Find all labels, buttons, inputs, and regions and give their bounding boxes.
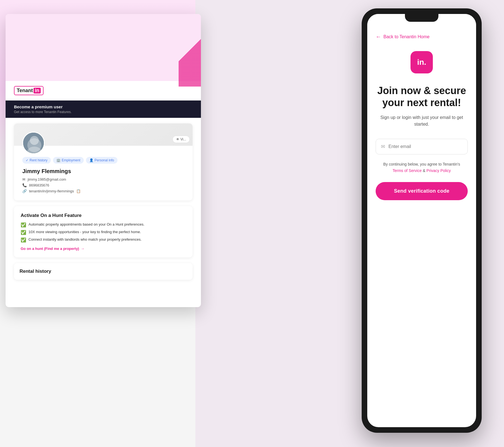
profile-link-item[interactable]: 🔗 tenantin/in/jimmy-flemmings 📋 [22, 189, 184, 193]
privacy-policy-link[interactable]: Privacy Policy [426, 168, 451, 173]
email-input-wrapper[interactable]: ✉ [376, 139, 468, 154]
tab-employment-label: Employment [62, 158, 80, 162]
hunt-title: Activate On a Hunt Feature [21, 213, 186, 218]
profile-header-bg: 👁 Vi... [14, 123, 193, 146]
hunt-item-3-text: Connect instantly with landlords who mat… [28, 237, 141, 242]
arrow-right-icon: → [81, 247, 84, 251]
tab-rent-history-label: Rent history [30, 158, 47, 162]
hunt-item-2: ✅ 10X more viewing opportunities - your … [21, 230, 186, 235]
hunt-item-3: ✅ Connect instantly with landlords who m… [21, 237, 186, 243]
desktop-monitor: Tenant in Become a premium user Get acce… [6, 14, 201, 307]
join-heading: Join now & secure your next rental! [376, 85, 468, 109]
check-tab-icon: ✓ [26, 158, 28, 162]
mobile-logo-text: in. [417, 58, 426, 67]
eye-icon: 👁 [176, 137, 179, 141]
premium-banner-title: Become a premium user [14, 104, 193, 109]
terms-of-service-link[interactable]: Terms of Service [393, 168, 422, 173]
desktop-logo[interactable]: Tenant in [14, 86, 44, 95]
rental-history-title: Rental history [20, 269, 187, 274]
rental-history-section: Rental history [14, 263, 193, 280]
view-btn-label: Vi... [181, 137, 186, 141]
profile-card: 👁 Vi... ✓ Rent history 🏢 Employment 👤 Pe… [14, 123, 193, 200]
profile-body: ✓ Rent history 🏢 Employment 👤 Personal i… [14, 146, 193, 200]
join-heading-line1: Join now & secure [377, 85, 466, 96]
profile-email-item: ✉ jimmy.1985@gmail.com [22, 177, 184, 181]
mobile-app-logo: in. [411, 51, 433, 73]
hunt-item-2-text: 10X more viewing opportunities - your ke… [28, 230, 141, 234]
phone-notch-bar [367, 14, 476, 28]
avatar [22, 132, 45, 154]
monitor-top-bar [6, 14, 201, 81]
avatar-image [23, 133, 44, 153]
profile-phone: 8696835676 [29, 183, 49, 187]
view-profile-button[interactable]: 👁 Vi... [172, 136, 190, 143]
join-heading-line2: your next rental! [382, 97, 461, 108]
check-icon-2: ✅ [21, 230, 26, 235]
profile-name: Jimmy Flemmings [22, 168, 184, 175]
email-icon: ✉ [22, 177, 25, 181]
person-tab-icon: 👤 [89, 158, 93, 162]
phone-mockup: ← Back to Tenantin Home in. Join now & s… [362, 8, 482, 433]
check-icon-1: ✅ [21, 222, 26, 228]
join-subheading: Sign up or login with just your email to… [376, 114, 468, 128]
logo-badge: in [33, 88, 41, 94]
email-input[interactable] [388, 144, 462, 149]
profile-tabs: ✓ Rent history 🏢 Employment 👤 Personal i… [22, 157, 184, 164]
profile-link: tenantin/in/jimmy-flemmings [29, 189, 74, 193]
profile-phone-item: 📞 8696835676 [22, 183, 184, 187]
email-field-icon: ✉ [381, 144, 385, 150]
back-to-home-link[interactable]: ← Back to Tenantin Home [376, 34, 468, 40]
phone-screen: ← Back to Tenantin Home in. Join now & s… [367, 14, 476, 427]
hunt-section: Activate On a Hunt Feature ✅ Automatic p… [14, 206, 193, 257]
copy-icon[interactable]: 📋 [76, 189, 81, 193]
employment-tab-icon: 🏢 [56, 158, 61, 162]
terms-and: & [423, 168, 426, 173]
profile-email: jimmy.1985@gmail.com [28, 177, 66, 181]
hunt-item-1: ✅ Automatic property appointments based … [21, 222, 186, 228]
terms-text: By continuing below, you agree to Tenant… [376, 161, 468, 174]
desktop-navbar: Tenant in [6, 81, 201, 101]
premium-banner-subtitle: Get access to more Tenantin Features. [14, 110, 193, 114]
tab-personal-info-label: Personal info [95, 158, 114, 162]
svg-point-2 [27, 147, 42, 153]
phone-content: ← Back to Tenantin Home in. Join now & s… [367, 28, 476, 427]
hunt-cta-text: Go on a hunt (Find me a property) [21, 247, 79, 251]
logo-text: Tenant [17, 88, 33, 94]
diagonal-overlay [179, 14, 201, 87]
tab-personal-info[interactable]: 👤 Personal info [86, 157, 117, 164]
phone-icon: 📞 [22, 183, 27, 187]
tab-employment[interactable]: 🏢 Employment [53, 157, 84, 164]
hunt-item-1-text: Automatic property appointments based on… [28, 222, 145, 226]
hunt-cta-link[interactable]: Go on a hunt (Find me a property) → [21, 247, 186, 251]
terms-prefix: By continuing below, you agree to Tenant… [383, 162, 460, 166]
send-verification-button[interactable]: Send verification code [376, 182, 468, 200]
link-icon: 🔗 [22, 189, 27, 193]
phone-notch [405, 14, 438, 22]
check-icon-3: ✅ [21, 237, 26, 243]
premium-banner[interactable]: Become a premium user Get access to more… [6, 101, 201, 118]
tab-rent-history[interactable]: ✓ Rent history [22, 157, 51, 164]
svg-point-1 [30, 136, 39, 145]
back-link-text: Back to Tenantin Home [383, 34, 429, 39]
back-arrow-icon: ← [376, 34, 381, 40]
